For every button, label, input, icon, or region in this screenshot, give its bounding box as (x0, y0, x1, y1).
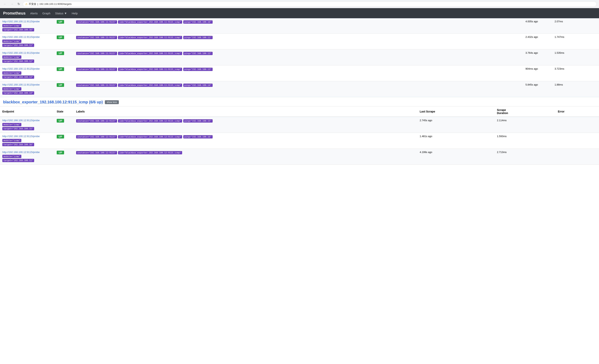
endpoint-link[interactable]: http://192.168.100.11:9115/probe (2, 20, 52, 23)
status-dropdown-icon: ▼ (64, 12, 67, 15)
state-badge: UP (57, 35, 64, 39)
scrape-duration: 1.535ms (552, 50, 575, 65)
endpoint-link[interactable]: http://192.168.100.11:9115/probe (2, 67, 52, 70)
endpoint-link[interactable]: http://192.168.100.12:9115/probe (2, 119, 52, 122)
browser-chrome: ← → ↻ ⚠ 不安全 | 192.168.100.11:9090/target… (0, 0, 599, 8)
label-badge: module="icmp" (2, 24, 21, 27)
label-badge: instance="192.168.100.11:9115" (76, 52, 117, 55)
table-row: http://192.168.100.11:9115/probe module=… (0, 81, 599, 97)
label-badge: module="icmp" (2, 139, 21, 142)
label-badge: instance="192.168.100.12:9115" (76, 135, 117, 138)
label-badge: job="blackbox_exporter_192.168.100.12:91… (118, 135, 182, 138)
label-badge: module="icmp" (2, 123, 21, 126)
label-badge: module="icmp" (2, 40, 21, 43)
label-badge: job="blackbox_exporter_192.168.100.11:91… (118, 20, 182, 24)
back-button[interactable]: ← (2, 2, 8, 6)
last-scrape: 2.432s ago (523, 34, 552, 50)
last-scrape: 904ms ago (523, 65, 552, 81)
table-row: http://192.168.100.11:9115/probe module=… (0, 50, 599, 65)
label-badge: target="192.168.100.13" (2, 76, 34, 79)
endpoint-link[interactable]: http://192.168.100.11:9115/probe (2, 51, 52, 54)
label-badge: target="192.168.100.14" (2, 91, 34, 95)
state-badge: UP (57, 51, 64, 55)
label-badge: job="blackbox_exporter_192.168.100.11:91… (118, 36, 182, 39)
label-badge: instance="192.168.100.12:9115" (76, 151, 117, 154)
label-badge: job="blackbox_exporter_192.168.100.11:91… (118, 52, 182, 55)
last-scrape: 1.481s ago (417, 133, 495, 149)
error (575, 50, 599, 65)
show-less-button[interactable]: show less (105, 100, 119, 104)
header-last-scrape: Last Scrape (417, 106, 495, 117)
label-badge: ping="192.168.100.16" (183, 20, 213, 24)
section2-title: blackbox_exporter_192.168.100.12:9115_ic… (3, 100, 103, 104)
url-text: 192.168.100.11:9090/targets (39, 2, 71, 5)
label-badge: ping="192.168.100.13" (183, 68, 213, 71)
error (555, 117, 599, 133)
label-badge: job="blackbox_exporter_192.168.100.11:91… (118, 84, 182, 87)
endpoint-link[interactable]: http://192.168.100.12:9115/probe (2, 151, 52, 154)
label-badge: ping="192.168.100.16" (183, 135, 213, 138)
labels-cell: instance="192.168.100.11:9115" job="blac… (74, 34, 523, 50)
table-header-row: Endpoint State Labels Last Scrape Scrape… (0, 106, 599, 117)
section2-table: Endpoint State Labels Last Scrape Scrape… (0, 106, 599, 165)
address-bar[interactable]: ⚠ 不安全 | 192.168.100.11:9090/targets (23, 1, 597, 7)
navbar-brand[interactable]: Prometheus (3, 11, 26, 16)
last-scrape: 2.745s ago (417, 117, 495, 133)
scrape-duration: 2.114ms (494, 117, 555, 133)
main-content: http://192.168.100.11:9115/probe module=… (0, 18, 599, 165)
error (575, 81, 599, 97)
header-error: Error (555, 106, 599, 117)
labels-cell: instance="192.168.100.11:9115" job="blac… (74, 50, 523, 65)
state-badge: UP (57, 20, 64, 24)
scrape-duration: 2.713ms (494, 149, 555, 165)
navbar-item-alerts[interactable]: Alerts (30, 11, 38, 16)
header-scrape-duration: ScrapeDuration (494, 106, 555, 117)
refresh-button[interactable]: ↻ (16, 2, 21, 6)
state-badge: UP (57, 67, 64, 71)
state-badge: UP (57, 83, 64, 87)
error (555, 149, 599, 165)
header-labels: Labels (74, 106, 417, 117)
label-badge: instance="192.168.100.11:9115" (76, 84, 117, 87)
label-badge: ping="192.168.100.12" (183, 52, 213, 55)
endpoint-link[interactable]: http://192.168.100.11:9115/probe (2, 35, 52, 38)
endpoint-link[interactable]: http://192.168.100.12:9115/probe (2, 135, 52, 138)
label-badge: ping="192.168.100.15" (183, 119, 213, 123)
section1-partial-table: http://192.168.100.11:9115/probe module=… (0, 18, 599, 97)
labels-cell: instance="192.168.100.11:9115" job="blac… (74, 81, 523, 97)
label-badge: job="blackbox_exporter_192.168.100.12:91… (118, 151, 182, 154)
security-warning-text: 不安全 (29, 2, 36, 6)
endpoint-link[interactable]: http://192.168.100.11:9115/probe (2, 83, 52, 86)
forward-button[interactable]: → (9, 2, 15, 6)
state-badge: UP (57, 151, 64, 154)
label-badge: target="192.168.100.11" (2, 159, 34, 162)
label-badge: target="192.168.100.16" (2, 143, 34, 146)
scrape-duration: 3.723ms (552, 65, 575, 81)
label-badge: module="icmp" (2, 155, 21, 158)
section2-count: (6/6 up) (89, 100, 103, 104)
header-state: State (54, 106, 74, 117)
labels-cell: instance="192.168.100.11:9115" job="blac… (74, 65, 523, 81)
labels-cell: instance="192.168.100.11:9115" job="blac… (74, 18, 523, 34)
scrape-duration: 2.07ms (552, 18, 575, 34)
error (575, 18, 599, 34)
last-scrape: 4.199s ago (417, 149, 495, 165)
error (555, 133, 599, 149)
last-scrape: 3.764s ago (523, 50, 552, 65)
navbar-item-graph[interactable]: Graph (42, 11, 51, 16)
label-badge: target="192.168.100.16" (2, 28, 34, 31)
navbar: Prometheus Alerts Graph Status ▼ Help (0, 8, 599, 18)
table-row: http://192.168.100.12:9115/probe module=… (0, 133, 599, 149)
label-badge: target="192.168.100.11" (2, 44, 34, 47)
section2-title-link[interactable]: blackbox_exporter_192.168.100.12:9115_ic… (3, 100, 88, 104)
label-badge: module="icmp" (2, 87, 21, 91)
section2-header: blackbox_exporter_192.168.100.12:9115_ic… (0, 97, 599, 106)
label-badge: instance="192.168.100.11:9115" (76, 68, 117, 71)
error (575, 34, 599, 50)
navbar-item-help[interactable]: Help (72, 11, 78, 16)
state-badge: UP (57, 135, 64, 138)
scrape-duration: 1.747ms (552, 34, 575, 50)
navbar-item-status[interactable]: Status ▼ (55, 11, 67, 16)
error (575, 65, 599, 81)
table-row: http://192.168.100.12:9115/probe module=… (0, 149, 599, 165)
